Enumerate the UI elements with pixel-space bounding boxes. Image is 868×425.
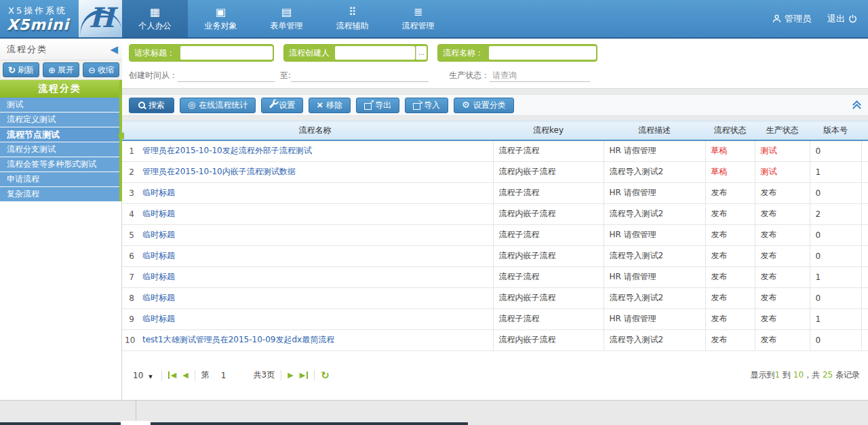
version-cell: 0 bbox=[810, 245, 861, 266]
created-to-input[interactable] bbox=[291, 69, 429, 82]
prod-status-input[interactable] bbox=[490, 69, 590, 82]
toolbar-button[interactable]: 设置分类 bbox=[454, 98, 514, 113]
tree-item[interactable]: 复杂流程 bbox=[0, 186, 119, 201]
column-header bbox=[122, 121, 137, 140]
column-header: 版本号 bbox=[810, 121, 861, 140]
panel-handle[interactable] bbox=[121, 421, 151, 425]
logout-button[interactable]: 退出 bbox=[827, 13, 857, 25]
category-tree: 流程分类 测试 流程定义测试 流程节点测试 bbox=[0, 80, 122, 201]
table-row[interactable]: 3 临时标题 流程子流程 HR 请假管理 发布 发布 0 bbox=[122, 182, 868, 203]
toolbar-button[interactable]: 导入 bbox=[405, 98, 448, 113]
logo-swoosh-icon bbox=[79, 7, 122, 37]
table-row[interactable]: 4 临时标题 流程内嵌子流程 流程导入测试2 发布 发布 2 bbox=[122, 203, 868, 224]
table-row[interactable]: 5 临时标题 流程子流程 HR 请假管理 发布 发布 0 bbox=[122, 224, 868, 245]
process-status-cell: 发布 bbox=[705, 224, 755, 245]
row-number: 4 bbox=[122, 203, 137, 224]
filler-cell bbox=[861, 182, 868, 203]
created-to-label: 至: bbox=[280, 70, 291, 81]
process-name-link[interactable]: 管理员在2015-10-10发起流程外部子流程测试 bbox=[142, 146, 312, 155]
sidebar-toolbar-button[interactable]: 展开 bbox=[43, 62, 79, 77]
next-page-icon[interactable] bbox=[288, 371, 293, 379]
stats-icon bbox=[188, 100, 195, 110]
toolbar-button[interactable]: 搜索 bbox=[129, 98, 174, 113]
table-row[interactable]: 6 临时标题 流程内嵌子流程 流程导入测试2 发布 发布 0 bbox=[122, 245, 868, 266]
toolbar-button[interactable]: 设置 bbox=[261, 98, 303, 113]
separator bbox=[281, 370, 281, 381]
toolbar-button-label: 导出 bbox=[375, 100, 391, 111]
page-size-value: 10 bbox=[133, 371, 143, 380]
process-name-link[interactable]: 临时标题 bbox=[142, 209, 175, 218]
search-panel: 请求标题： 流程创建人 … 流程名称： 创建时间从： bbox=[122, 39, 868, 89]
tree-item[interactable]: 申请流程 bbox=[0, 171, 119, 186]
process-status-cell: 草稿 bbox=[705, 161, 755, 182]
chevron-double-up-icon[interactable] bbox=[852, 101, 861, 110]
table-row[interactable]: 2 管理员在2015-10-10内嵌子流程测试数据 流程内嵌子流程 流程导入测试… bbox=[122, 161, 868, 182]
process-table-panel: 流程名称 流程key 流程描述 流程状态 生产状态 版本号 bbox=[122, 121, 868, 400]
table-row[interactable]: 8 临时标题 流程内嵌子流程 流程导入测试2 发布 发布 0 bbox=[122, 287, 868, 308]
filler-cell bbox=[861, 140, 868, 162]
table-row[interactable]: 1 管理员在2015-10-10发起流程外部子流程测试 流程子流程 HR 请假管… bbox=[122, 140, 868, 162]
first-page-icon[interactable] bbox=[168, 371, 176, 379]
nav-tab[interactable]: ▣ 业务对象 bbox=[188, 0, 254, 37]
tree-item[interactable]: 流程会签等多种形式测试 bbox=[0, 157, 119, 171]
version-cell: 0 bbox=[810, 287, 861, 308]
prod-status-cell: 发布 bbox=[755, 182, 810, 203]
sidebar-button-label: 展开 bbox=[58, 64, 74, 76]
prev-page-icon[interactable] bbox=[182, 371, 188, 379]
process-status-cell: 发布 bbox=[705, 203, 755, 224]
tree-item[interactable]: 流程分支测试 bbox=[0, 142, 119, 157]
process-desc-cell: HR 请假管理 bbox=[604, 182, 705, 203]
process-key-cell: 流程内嵌子流程 bbox=[493, 329, 604, 350]
process-name-link[interactable]: 临时标题 bbox=[142, 314, 175, 323]
page-prefix-label: 第 bbox=[201, 369, 210, 381]
sidebar-panel-title: 流程分类 bbox=[7, 43, 47, 56]
table-row[interactable]: 9 临时标题 流程子流程 HR 请假管理 发布 发布 1 bbox=[122, 308, 868, 329]
toolbar-button[interactable]: 移除 bbox=[309, 98, 351, 113]
filler-cell bbox=[861, 266, 868, 287]
process-status-cell: 发布 bbox=[705, 182, 755, 203]
nav-tab[interactable]: ≣ 流程管理 bbox=[385, 0, 451, 37]
sidebar-toolbar-button[interactable]: 收缩 bbox=[83, 62, 119, 77]
current-page[interactable]: 1 bbox=[216, 371, 232, 380]
total-pages-label: 共3页 bbox=[254, 369, 275, 381]
process-name-link[interactable]: 临时标题 bbox=[142, 230, 175, 239]
process-creator-input[interactable] bbox=[335, 46, 415, 60]
process-name-link[interactable]: 临时标题 bbox=[142, 188, 175, 197]
process-name-link[interactable]: test1大雄测试管理员在2015-10-09发起dx最简流程 bbox=[142, 335, 334, 344]
tree-item[interactable]: 流程定义测试 bbox=[0, 112, 119, 127]
column-header: 流程描述 bbox=[604, 121, 705, 140]
current-user[interactable]: 管理员 bbox=[772, 13, 811, 25]
process-name-link[interactable]: 临时标题 bbox=[142, 293, 175, 302]
toolbar-button[interactable]: 导出 bbox=[356, 98, 399, 113]
table-row[interactable]: 7 临时标题 流程子流程 HR 请假管理 发布 发布 1 bbox=[122, 266, 868, 287]
panel-collapse-icon[interactable] bbox=[110, 43, 119, 56]
row-number: 8 bbox=[122, 287, 137, 308]
row-number: 2 bbox=[122, 161, 137, 182]
last-page-icon[interactable] bbox=[300, 371, 308, 379]
process-name-input[interactable] bbox=[489, 46, 596, 60]
toolbar-button[interactable]: 在线流程统计 bbox=[180, 98, 256, 113]
nav-tab[interactable]: ▦ 个人办公 bbox=[122, 0, 188, 37]
table-row[interactable]: 10 test1大雄测试管理员在2015-10-09发起dx最简流程 流程内嵌子… bbox=[122, 329, 868, 350]
export-icon bbox=[364, 103, 372, 110]
nav-tab[interactable]: ⠿ 流程辅助 bbox=[319, 0, 385, 37]
created-from-input[interactable] bbox=[178, 69, 275, 82]
version-cell: 0 bbox=[810, 329, 861, 350]
prod-status-cell: 发布 bbox=[755, 329, 810, 350]
app-header: X5操作系统 X5mini H ▦ 个人办公 ▣ 业务对象 ▤ bbox=[0, 0, 868, 39]
sidebar-toolbar-button[interactable]: 刷新 bbox=[3, 62, 39, 77]
page-size-select[interactable]: 10 bbox=[130, 371, 155, 380]
reload-icon[interactable] bbox=[321, 369, 330, 382]
prod-status-cell: 发布 bbox=[755, 224, 810, 245]
tree-item[interactable]: 流程节点测试 bbox=[0, 127, 119, 142]
process-name-link[interactable]: 临时标题 bbox=[142, 251, 175, 260]
tree-item[interactable]: 测试 bbox=[0, 98, 119, 112]
process-creator-label: 流程创建人 bbox=[284, 47, 334, 59]
creator-picker-button[interactable]: … bbox=[416, 46, 427, 60]
records-summary: 显示到1 到 10，共 25 条记录 bbox=[751, 369, 861, 381]
process-name-link[interactable]: 管理员在2015-10-10内嵌子流程测试数据 bbox=[142, 167, 296, 176]
request-title-input[interactable] bbox=[180, 46, 273, 60]
process-status-cell: 发布 bbox=[705, 266, 755, 287]
process-name-link[interactable]: 临时标题 bbox=[142, 272, 175, 281]
nav-tab[interactable]: ▤ 表单管理 bbox=[254, 0, 319, 37]
